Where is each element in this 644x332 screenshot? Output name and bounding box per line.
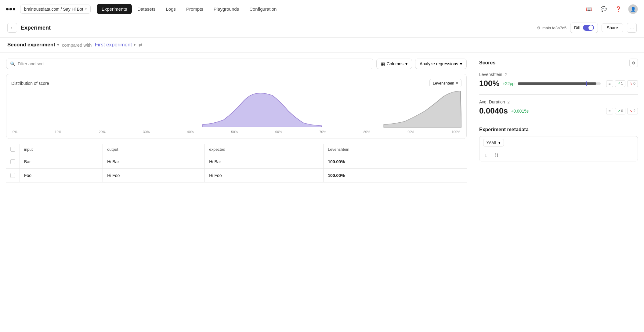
share-button[interactable]: Share — [602, 23, 623, 32]
toggle-knob — [588, 25, 593, 30]
chart-header: Distribution of score Levenshtein ▾ — [11, 79, 461, 87]
score-actions: ≡ ↗ 1 ↘ 0 — [606, 80, 638, 87]
scores-title: Scores — [479, 60, 495, 66]
nav-link-configuration[interactable]: Configuration — [244, 4, 281, 14]
row-1-expected: Hi Bar — [205, 155, 324, 169]
book-icon-button[interactable]: 📖 — [584, 4, 594, 14]
nav-breadcrumb[interactable]: braintrustdata.com / Say Hi Bot ▾ — [20, 5, 91, 14]
metadata-title: Experiment metadata — [479, 127, 638, 132]
score-count: 2 — [505, 72, 507, 77]
chat-icon-button[interactable]: 💬 — [599, 4, 609, 14]
avatar[interactable]: 👤 — [628, 4, 638, 14]
diff-toggle[interactable]: Diff — [570, 23, 598, 33]
table-body: Bar Hi Bar Hi Bar 100.00% Foo Hi Foo Hi … — [6, 155, 467, 182]
yaml-button[interactable]: YAML ▾ — [483, 139, 504, 146]
row-2-levenshtein: 100.00% — [324, 169, 467, 182]
score-bar-fill — [518, 82, 596, 85]
first-experiment-text: First experiment — [95, 42, 132, 48]
nav-link-playgrounds[interactable]: Playgrounds — [209, 4, 244, 14]
down-arrow-icon: ↘ — [630, 81, 632, 85]
header-checkbox[interactable] — [10, 147, 15, 152]
experiment-name-chevron[interactable]: ▾ — [57, 43, 59, 47]
score-actions-2: ≡ ↗ 0 ↘ 2 — [606, 108, 638, 114]
chart-label-10: 100% — [452, 130, 460, 134]
score-down-button-2[interactable]: ↘ 2 — [627, 108, 638, 114]
chart-labels: 0% 10% 20% 30% 40% 50% 60% 70% 80% 90% 1… — [11, 130, 461, 134]
back-button[interactable]: ← — [7, 23, 17, 33]
nav-link-prompts[interactable]: Prompts — [181, 4, 208, 14]
th-output: output — [103, 144, 205, 155]
score-filter-button-2[interactable]: ≡ — [606, 108, 613, 114]
row-2-checkbox[interactable] — [10, 173, 15, 178]
chart-selector[interactable]: Levenshtein ▾ — [429, 79, 461, 87]
nav-right: 📖 💬 ❓ 👤 — [584, 4, 638, 14]
score-filter-button[interactable]: ≡ — [606, 80, 613, 87]
scores-settings-button[interactable]: ⚙ — [629, 59, 638, 67]
score-divider — [479, 94, 638, 95]
first-experiment-link[interactable]: First experiment ▾ — [95, 42, 136, 48]
score-up-button[interactable]: ↗ 1 — [615, 80, 626, 87]
chart-label-2: 20% — [99, 130, 106, 134]
th-checkbox — [6, 144, 20, 155]
score-bar-track — [518, 82, 601, 85]
row-2-input: Foo — [20, 169, 103, 182]
metadata-content: 1 {} — [479, 149, 638, 161]
row-1-input: Bar — [20, 155, 103, 169]
logo — [6, 8, 15, 10]
chart-label-8: 80% — [364, 130, 370, 134]
score-delta-2: +0.0015s — [511, 109, 529, 114]
chart-selector-chevron: ▾ — [456, 81, 458, 85]
row-2-output: Hi Foo — [103, 169, 205, 182]
columns-icon: ▦ — [381, 61, 385, 66]
row-checkbox-cell — [6, 155, 20, 169]
toggle-switch[interactable] — [583, 25, 594, 31]
chart-selector-text: Levenshtein — [433, 81, 454, 85]
chart-label-4: 40% — [187, 130, 194, 134]
search-input[interactable] — [18, 61, 369, 66]
down-arrow-icon-2: ↘ — [630, 109, 632, 113]
row-2-expected: Hi Foo — [205, 169, 324, 182]
yaml-chevron: ▾ — [498, 140, 501, 145]
score-divider-2 — [479, 122, 638, 122]
score-up-button-2[interactable]: ↗ 0 — [615, 108, 626, 114]
nav-breadcrumb-chevron: ▾ — [85, 7, 87, 11]
help-icon-button[interactable]: ❓ — [613, 4, 623, 14]
row-1-checkbox[interactable] — [10, 159, 15, 164]
columns-chevron: ▾ — [405, 61, 407, 66]
page-title: Experiment — [21, 25, 51, 31]
up-count: 1 — [621, 81, 623, 86]
filter-bar: 🔍 ▦ Columns ▾ Analyze regressions ▾ — [6, 59, 467, 69]
left-panel: 🔍 ▦ Columns ▾ Analyze regressions ▾ Dist… — [0, 52, 473, 332]
metadata-card: YAML ▾ 1 {} — [479, 136, 638, 161]
chart-title: Distribution of score — [11, 81, 49, 86]
avatar-icon: 👤 — [631, 7, 636, 12]
metadata-section: Experiment metadata YAML ▾ 1 {} — [479, 127, 638, 161]
th-input: input — [20, 144, 103, 155]
table-row: Bar Hi Bar Hi Bar 100.00% — [6, 155, 467, 169]
score-down-button[interactable]: ↘ 0 — [627, 80, 638, 87]
nav-link-experiments[interactable]: Experiments — [97, 4, 132, 14]
scores-header: Scores ⚙ — [479, 59, 638, 67]
score-name-2: Avg. Duration — [479, 99, 505, 104]
row-checkbox-cell — [6, 169, 20, 182]
more-button[interactable]: ⋯ — [627, 23, 637, 33]
score-value-row-2: 0.0040s +0.0015s ≡ ↗ 0 ↘ 2 — [479, 106, 638, 116]
swap-icon[interactable]: ⇄ — [139, 42, 143, 48]
columns-button[interactable]: ▦ Columns ▾ — [376, 59, 412, 69]
main-content: 🔍 ▦ Columns ▾ Analyze regressions ▾ Dist… — [0, 52, 644, 332]
chart-label-6: 60% — [275, 130, 282, 134]
filter-input-container[interactable]: 🔍 — [6, 59, 373, 69]
experiment-name-text: Second experiment — [7, 42, 55, 48]
score-label-row: Levenshtein 2 — [479, 72, 638, 77]
nav-link-datasets[interactable]: Datasets — [132, 4, 160, 14]
nav-link-logs[interactable]: Logs — [161, 4, 181, 14]
table-row: Foo Hi Foo Hi Foo 100.00% — [6, 169, 467, 182]
analyze-button[interactable]: Analyze regressions ▾ — [415, 59, 467, 69]
chart-area — [11, 91, 461, 128]
first-experiment-chevron[interactable]: ▾ — [134, 43, 136, 47]
score-name: Levenshtein — [479, 72, 502, 77]
search-icon: 🔍 — [10, 61, 15, 66]
score-delta: +22pp — [503, 81, 515, 86]
chart-label-0: 0% — [13, 130, 17, 134]
score-value: 100% — [479, 79, 500, 88]
